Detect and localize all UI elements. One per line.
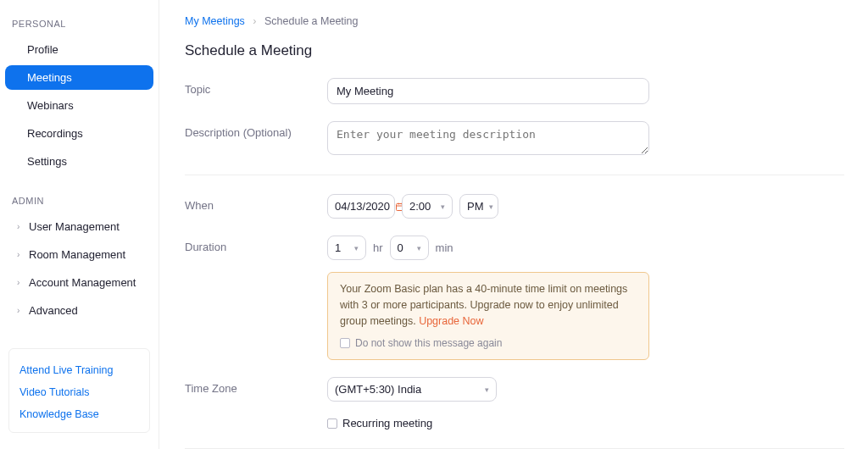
label-description: Description (Optional)	[185, 121, 327, 139]
sidebar-section-admin: ADMIN	[0, 192, 159, 213]
recurring-meeting-option[interactable]: Recurring meeting	[327, 417, 432, 430]
help-link-tutorials[interactable]: Video Tutorials	[19, 381, 139, 403]
chevron-down-icon: ▾	[354, 244, 359, 252]
form-row-timezone: Time Zone (GMT+5:30) India ▾ Recurring m…	[185, 377, 844, 431]
timezone-select[interactable]: (GMT+5:30) India ▾	[327, 377, 497, 402]
plan-limit-notice: Your Zoom Basic plan has a 40-minute tim…	[327, 272, 649, 360]
form-row-topic: Topic	[185, 78, 844, 104]
sidebar-item-room-management[interactable]: › Room Management	[5, 242, 153, 267]
chevron-right-icon: ›	[17, 278, 25, 287]
label-duration: Duration	[185, 236, 327, 253]
upgrade-now-link[interactable]: Upgrade Now	[419, 315, 483, 327]
help-link-kb[interactable]: Knowledge Base	[19, 403, 139, 425]
sidebar-item-label: Webinars	[27, 99, 74, 112]
label-timezone: Time Zone	[185, 377, 327, 395]
sidebar-item-label: Advanced	[29, 304, 78, 317]
help-links-box: Attend Live Training Video Tutorials Kno…	[8, 348, 150, 433]
duration-hours-value: 1	[335, 241, 341, 254]
duration-hours-select[interactable]: 1 ▾	[327, 236, 366, 260]
chevron-down-icon: ▾	[489, 202, 493, 211]
timezone-value: (GMT+5:30) India	[335, 383, 421, 396]
form-row-duration: Duration 1 ▾ hr 0 ▾ min Your Zoom Basic …	[185, 236, 844, 360]
sidebar-item-recordings[interactable]: Recordings	[5, 121, 153, 146]
sidebar-item-webinars[interactable]: Webinars	[5, 93, 153, 118]
sidebar-item-account-management[interactable]: › Account Management	[5, 270, 153, 295]
when-date-picker[interactable]: 04/13/2020	[327, 194, 395, 219]
recurring-label: Recurring meeting	[342, 417, 432, 430]
section-divider	[185, 175, 844, 175]
chevron-right-icon: ›	[17, 222, 25, 231]
main-content: My Meetings › Schedule a Meeting Schedul…	[159, 0, 868, 449]
help-link-training[interactable]: Attend Live Training	[19, 359, 139, 381]
when-date-value: 04/13/2020	[335, 200, 390, 213]
hours-unit: hr	[373, 241, 383, 254]
minutes-unit: min	[436, 241, 453, 254]
when-ampm-select[interactable]: PM ▾	[459, 194, 498, 219]
chevron-down-icon: ▾	[485, 385, 489, 394]
breadcrumb-separator: ›	[253, 15, 256, 27]
sidebar-item-label: Account Management	[29, 276, 136, 289]
notice-dismiss-label: Do not show this message again	[355, 335, 502, 351]
notice-dismiss-checkbox[interactable]	[340, 338, 350, 348]
label-topic: Topic	[185, 78, 327, 96]
sidebar-item-profile[interactable]: Profile	[5, 37, 153, 62]
recurring-checkbox[interactable]	[327, 419, 337, 429]
when-time-value: 2:00	[409, 200, 431, 213]
sidebar-item-advanced[interactable]: › Advanced	[5, 298, 153, 323]
form-row-when: When 04/13/2020 2:00 ▾ PM ▾	[185, 194, 844, 219]
chevron-right-icon: ›	[17, 250, 25, 259]
label-when: When	[185, 194, 327, 212]
breadcrumb: My Meetings › Schedule a Meeting	[185, 15, 844, 27]
sidebar-item-user-management[interactable]: › User Management	[5, 214, 153, 239]
sidebar-item-label: Recordings	[27, 127, 83, 140]
form-row-description: Description (Optional)	[185, 121, 844, 158]
sidebar-item-label: User Management	[29, 220, 120, 233]
duration-minutes-select[interactable]: 0 ▾	[390, 236, 429, 260]
when-ampm-value: PM	[467, 200, 484, 213]
sidebar-item-label: Meetings	[27, 71, 72, 84]
duration-minutes-value: 0	[398, 241, 403, 254]
sidebar: PERSONAL Profile Meetings Webinars Recor…	[0, 0, 159, 449]
chevron-down-icon: ▾	[441, 202, 445, 211]
sidebar-item-meetings[interactable]: Meetings	[5, 65, 153, 90]
chevron-down-icon: ▾	[417, 244, 421, 252]
description-textarea[interactable]	[327, 121, 649, 155]
topic-input[interactable]	[327, 78, 649, 104]
breadcrumb-current: Schedule a Meeting	[264, 15, 359, 27]
sidebar-item-label: Room Management	[29, 248, 125, 261]
breadcrumb-root[interactable]: My Meetings	[185, 15, 245, 27]
sidebar-item-label: Profile	[27, 43, 58, 56]
sidebar-section-personal: PERSONAL	[0, 15, 159, 36]
page-title: Schedule a Meeting	[185, 42, 844, 59]
when-time-select[interactable]: 2:00 ▾	[402, 194, 453, 219]
chevron-right-icon: ›	[17, 306, 25, 315]
sidebar-item-settings[interactable]: Settings	[5, 149, 153, 174]
sidebar-item-label: Settings	[27, 155, 67, 168]
